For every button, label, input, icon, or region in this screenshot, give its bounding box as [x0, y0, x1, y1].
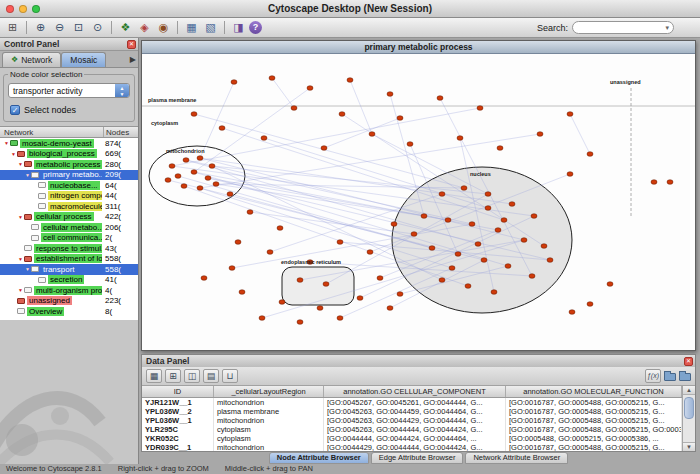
table-row[interactable]: YKR052Ccytoplasm[GO:0044444, GO:0044424,… — [142, 434, 682, 443]
tree-row[interactable]: unassigned223( — [0, 296, 138, 307]
network-window-title[interactable]: primary metabolic process — [142, 41, 695, 54]
tree-row[interactable]: ▼cellular process422( — [0, 212, 138, 223]
attribute-select-icon[interactable]: ▦ — [146, 369, 162, 383]
table-scrollbar[interactable]: ▲ ▼ — [682, 386, 695, 451]
table-row[interactable]: YDR039C__1mitochondrion[GO:0044429, GO:0… — [142, 443, 682, 451]
tree-item-count: 2( — [105, 233, 112, 242]
import-folder-icon[interactable] — [679, 373, 691, 381]
column-header[interactable]: annotation.GO CELLULAR_COMPONENT — [324, 386, 506, 397]
expand-arrow-icon[interactable]: ▼ — [24, 172, 31, 178]
tab-edge-attribute-browser[interactable]: Edge Attribute Browser — [371, 452, 464, 464]
tree-column-nodes[interactable]: Nodes — [104, 127, 138, 137]
table-row[interactable]: YPL036W__2plasma membrane[GO:0045263, GO… — [142, 407, 682, 416]
search-box[interactable]: ▾ — [572, 21, 674, 34]
tree-row[interactable]: ▼biological_process669( — [0, 149, 138, 160]
window-icon[interactable]: ⊞ — [4, 20, 21, 36]
tab-network[interactable]: ❖ Network — [2, 52, 61, 67]
copy-attribute-icon[interactable]: ◫ — [184, 369, 200, 383]
tree-row[interactable]: ▼multi-organism pro...4( — [0, 285, 138, 296]
delete-attribute-icon[interactable]: ⊔ — [222, 369, 238, 383]
tab-mosaic[interactable]: Mosaic — [61, 52, 106, 67]
open-folder-icon[interactable] — [664, 373, 676, 381]
tree-row[interactable]: ▼establishment of lo...558( — [0, 254, 138, 265]
zoom-selected-icon[interactable]: ⊡ — [70, 20, 87, 36]
close-data-panel-icon[interactable]: ✕ — [684, 357, 693, 366]
import-network-icon[interactable]: ◉ — [155, 20, 172, 36]
minimize-window-button[interactable] — [19, 5, 27, 13]
scroll-up-icon[interactable]: ▲ — [683, 386, 695, 395]
expand-arrow-icon[interactable]: ▼ — [24, 266, 31, 272]
table-cell: [GO:0016787, GO:0005488, GO:0005215, G..… — [506, 416, 682, 425]
tree-row[interactable]: ▼primary metabo...209( — [0, 170, 138, 181]
table-row[interactable]: YPL036W__1mitochondrion[GO:0045263, GO:0… — [142, 416, 682, 425]
tree-item-label: cellular metabo... — [41, 223, 102, 232]
attribute-table-header: ID_cellularLayoutRegionannotation.GO CEL… — [142, 386, 682, 398]
tree-row[interactable]: response to stimul...43( — [0, 243, 138, 254]
separator-3 — [177, 21, 178, 34]
zoom-window-button[interactable] — [32, 5, 40, 13]
tree-item-icon — [38, 203, 46, 209]
table-cell: [GO:0016787, GO:0005488, GO:0005215, G..… — [506, 407, 682, 416]
node-color-dropdown[interactable]: transporter activity ▲▼ — [8, 83, 130, 98]
tab-network-attribute-browser[interactable]: Network Attribute Browser — [465, 452, 568, 464]
search-input[interactable] — [577, 23, 665, 32]
tree-row[interactable]: ▼metabolic process280( — [0, 159, 138, 170]
add-annotation-icon[interactable]: ▧ — [202, 20, 219, 36]
separator-4 — [224, 21, 225, 34]
tab-overflow-arrow-icon[interactable]: ▶ — [130, 55, 136, 64]
network-canvas[interactable]: plasma membranecytoplasmmitochondrionnuc… — [142, 54, 695, 350]
close-panel-icon[interactable]: ✕ — [127, 40, 136, 49]
tree-row[interactable]: nucleobase...64( — [0, 180, 138, 191]
tree-row[interactable]: Overview8( — [0, 306, 138, 317]
zoom-out-icon[interactable]: ⊖ — [51, 20, 68, 36]
column-header[interactable]: _cellularLayoutRegion — [214, 386, 324, 397]
annotation-icon[interactable]: ▦ — [183, 20, 200, 36]
tree-item-count: 558( — [105, 265, 121, 274]
tree-row[interactable]: ▼mosaic-demo-yeast874( — [0, 138, 138, 149]
column-header[interactable]: annotation.GO MOLECULAR_FUNCTION — [506, 386, 682, 397]
table-cell: [GO:0045263, GO:0044429, GO:0044444, G..… — [324, 416, 506, 425]
column-header[interactable]: ID — [142, 386, 214, 397]
tree-column-network[interactable]: Network — [0, 127, 104, 137]
expand-arrow-icon[interactable]: ▼ — [3, 140, 10, 146]
node-color-selection-legend: Node color selection — [8, 70, 84, 79]
select-nodes-checkbox[interactable]: ✓ — [10, 105, 20, 115]
dropdown-arrows-icon[interactable]: ▲▼ — [115, 84, 129, 97]
tree-item-icon — [38, 193, 46, 199]
expand-arrow-icon[interactable]: ▼ — [17, 287, 24, 293]
tree-row[interactable]: cellular metabo...206( — [0, 222, 138, 233]
expand-arrow-icon[interactable]: ▼ — [17, 161, 24, 167]
tree-row[interactable]: ▼transport558( — [0, 264, 138, 275]
vizmapper-icon[interactable]: ◨ — [230, 20, 247, 36]
zoom-in-icon[interactable]: ⊕ — [32, 20, 49, 36]
network-tab-icon: ❖ — [11, 53, 18, 67]
expand-arrow-icon[interactable]: ▼ — [17, 214, 24, 220]
zoom-fit-icon[interactable]: ⊙ — [89, 20, 106, 36]
list-attribute-icon[interactable]: ▤ — [203, 369, 219, 383]
table-cell: YJR121W__1 — [142, 398, 214, 407]
create-network-icon[interactable]: ◈ — [136, 20, 153, 36]
tree-row[interactable]: nitrogen compo...44( — [0, 191, 138, 202]
tree-row[interactable]: secretion41( — [0, 275, 138, 286]
network-icon[interactable]: ❖ — [117, 20, 134, 36]
expand-arrow-icon[interactable]: ▼ — [17, 256, 24, 262]
tree-item-label: metabolic process — [34, 160, 102, 169]
tree-row[interactable]: cell communica...2( — [0, 233, 138, 244]
close-window-button[interactable] — [6, 5, 14, 13]
chevron-down-icon[interactable]: ▾ — [665, 24, 669, 32]
network-tree: ▼mosaic-demo-yeast874(▼biological_proces… — [0, 138, 138, 320]
table-row[interactable]: YLR295Ccytoplasm[GO:0045263, GO:0044444,… — [142, 425, 682, 434]
expand-arrow-icon[interactable]: ▼ — [10, 151, 17, 157]
tree-item-count: 280( — [105, 160, 121, 169]
table-cell: [GO:0045263, GO:0044459, GO:0044464, G..… — [324, 407, 506, 416]
tree-item-count: 422( — [105, 212, 121, 221]
help-icon[interactable]: ? — [249, 21, 262, 34]
tab-node-attribute-browser[interactable]: Node Attribute Browser — [269, 452, 369, 464]
formula-builder-icon[interactable]: ƒ(x) — [645, 369, 661, 383]
scrollbar-thumb[interactable] — [684, 397, 694, 419]
scroll-down-icon[interactable]: ▼ — [683, 442, 695, 451]
new-attribute-icon[interactable]: ⊞ — [165, 369, 181, 383]
table-row[interactable]: YJR121W__1mitochondrion[GO:0045267, GO:0… — [142, 398, 682, 407]
tree-item-count: 558( — [105, 254, 121, 263]
tree-row[interactable]: macromolecule...311( — [0, 201, 138, 212]
